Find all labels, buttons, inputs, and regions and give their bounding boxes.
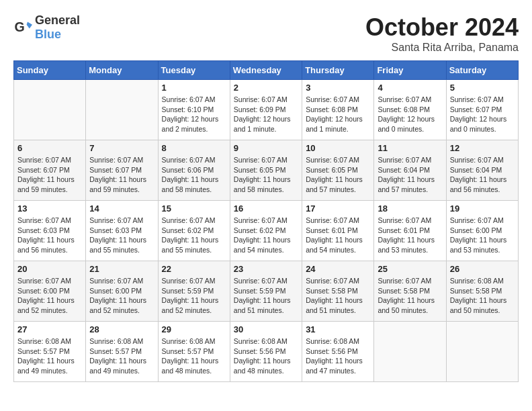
calendar-cell: 11Sunrise: 6:07 AMSunset: 6:04 PMDayligh… [374,140,446,201]
calendar-week-row: 13Sunrise: 6:07 AMSunset: 6:03 PMDayligh… [14,201,519,261]
calendar-cell: 23Sunrise: 6:07 AMSunset: 5:59 PMDayligh… [230,261,302,322]
calendar-cell: 10Sunrise: 6:07 AMSunset: 6:05 PMDayligh… [302,140,374,201]
logo-general-text: General [35,13,80,27]
calendar-cell: 19Sunrise: 6:07 AMSunset: 6:00 PMDayligh… [446,201,518,261]
day-number: 16 [234,203,298,214]
day-number: 24 [306,264,370,274]
cell-info: Sunrise: 6:08 AMSunset: 5:57 PMDaylight:… [89,336,154,376]
weekday-header: Tuesday [158,61,230,80]
calendar-cell: 9Sunrise: 6:07 AMSunset: 6:05 PMDaylight… [230,140,302,201]
cell-info: Sunrise: 6:07 AMSunset: 6:09 PMDaylight:… [234,95,298,134]
cell-info: Sunrise: 6:07 AMSunset: 6:07 PMDaylight:… [89,155,154,195]
month-title: October 2024 [365,13,519,42]
calendar-cell: 12Sunrise: 6:07 AMSunset: 6:04 PMDayligh… [446,140,518,201]
logo: G General Blue [13,13,80,42]
day-number: 10 [306,143,370,153]
cell-info: Sunrise: 6:07 AMSunset: 6:07 PMDaylight:… [450,95,515,134]
day-number: 27 [17,324,82,334]
calendar-cell: 16Sunrise: 6:07 AMSunset: 6:02 PMDayligh… [230,201,302,261]
calendar-cell [86,80,158,140]
calendar-cell: 28Sunrise: 6:08 AMSunset: 5:57 PMDayligh… [86,322,158,382]
calendar-cell: 20Sunrise: 6:07 AMSunset: 6:00 PMDayligh… [14,261,86,322]
day-number: 13 [17,203,82,214]
cell-info: Sunrise: 6:07 AMSunset: 6:03 PMDaylight:… [89,216,154,255]
calendar-week-row: 20Sunrise: 6:07 AMSunset: 6:00 PMDayligh… [14,261,519,322]
cell-info: Sunrise: 6:07 AMSunset: 6:02 PMDaylight:… [162,216,226,255]
weekday-header: Monday [86,61,158,80]
title-block: October 2024 Santa Rita Arriba, Panama [365,13,519,54]
calendar-cell: 21Sunrise: 6:07 AMSunset: 6:00 PMDayligh… [86,261,158,322]
cell-info: Sunrise: 6:07 AMSunset: 6:02 PMDaylight:… [234,216,298,255]
cell-info: Sunrise: 6:07 AMSunset: 5:59 PMDaylight:… [234,276,298,316]
cell-info: Sunrise: 6:08 AMSunset: 5:57 PMDaylight:… [17,336,82,376]
calendar-cell: 6Sunrise: 6:07 AMSunset: 6:07 PMDaylight… [14,140,86,201]
logo-icon: G [13,18,32,37]
day-number: 2 [234,83,298,93]
day-number: 23 [234,264,298,274]
day-number: 30 [234,324,298,334]
cell-info: Sunrise: 6:07 AMSunset: 6:05 PMDaylight:… [234,155,298,195]
calendar-cell: 2Sunrise: 6:07 AMSunset: 6:09 PMDaylight… [230,80,302,140]
cell-info: Sunrise: 6:07 AMSunset: 6:08 PMDaylight:… [378,95,442,134]
cell-info: Sunrise: 6:07 AMSunset: 6:08 PMDaylight:… [306,95,370,134]
cell-info: Sunrise: 6:07 AMSunset: 5:58 PMDaylight:… [378,276,442,316]
calendar-cell: 29Sunrise: 6:08 AMSunset: 5:57 PMDayligh… [158,322,230,382]
calendar-cell: 22Sunrise: 6:07 AMSunset: 5:59 PMDayligh… [158,261,230,322]
calendar-cell: 18Sunrise: 6:07 AMSunset: 6:01 PMDayligh… [374,201,446,261]
day-number: 28 [89,324,154,334]
cell-info: Sunrise: 6:07 AMSunset: 6:10 PMDaylight:… [162,95,226,134]
calendar-cell: 27Sunrise: 6:08 AMSunset: 5:57 PMDayligh… [14,322,86,382]
day-number: 17 [306,203,370,214]
day-number: 14 [89,203,154,214]
day-number: 19 [450,203,515,214]
calendar-cell: 30Sunrise: 6:08 AMSunset: 5:56 PMDayligh… [230,322,302,382]
day-number: 4 [378,83,442,93]
cell-info: Sunrise: 6:08 AMSunset: 5:58 PMDaylight:… [450,276,515,316]
calendar-cell: 14Sunrise: 6:07 AMSunset: 6:03 PMDayligh… [86,201,158,261]
day-number: 11 [378,143,442,153]
calendar-cell: 4Sunrise: 6:07 AMSunset: 6:08 PMDaylight… [374,80,446,140]
cell-info: Sunrise: 6:08 AMSunset: 5:56 PMDaylight:… [306,336,370,376]
day-number: 15 [162,203,226,214]
cell-info: Sunrise: 6:07 AMSunset: 6:06 PMDaylight:… [162,155,226,195]
cell-info: Sunrise: 6:08 AMSunset: 5:57 PMDaylight:… [162,336,226,376]
calendar-cell: 15Sunrise: 6:07 AMSunset: 6:02 PMDayligh… [158,201,230,261]
cell-info: Sunrise: 6:07 AMSunset: 6:01 PMDaylight:… [378,216,442,255]
logo-blue-text: Blue [35,28,61,41]
cell-info: Sunrise: 6:07 AMSunset: 5:59 PMDaylight:… [162,276,226,316]
cell-info: Sunrise: 6:07 AMSunset: 6:00 PMDaylight:… [450,216,515,255]
weekday-header: Saturday [446,61,518,80]
calendar-cell [14,80,86,140]
weekday-header-row: SundayMondayTuesdayWednesdayThursdayFrid… [14,61,519,80]
cell-info: Sunrise: 6:07 AMSunset: 6:01 PMDaylight:… [306,216,370,255]
page-header: G General Blue October 2024 Santa Rita A… [13,13,519,54]
day-number: 1 [162,83,226,93]
calendar-cell: 7Sunrise: 6:07 AMSunset: 6:07 PMDaylight… [86,140,158,201]
svg-text:G: G [14,19,24,34]
calendar-week-row: 27Sunrise: 6:08 AMSunset: 5:57 PMDayligh… [14,322,519,382]
calendar-cell [446,322,518,382]
calendar-table: SundayMondayTuesdayWednesdayThursdayFrid… [13,60,519,382]
day-number: 21 [89,264,154,274]
cell-info: Sunrise: 6:07 AMSunset: 5:58 PMDaylight:… [306,276,370,316]
day-number: 8 [162,143,226,153]
cell-info: Sunrise: 6:07 AMSunset: 6:03 PMDaylight:… [17,216,82,255]
day-number: 9 [234,143,298,153]
day-number: 25 [378,264,442,274]
day-number: 22 [162,264,226,274]
day-number: 12 [450,143,515,153]
calendar-cell: 24Sunrise: 6:07 AMSunset: 5:58 PMDayligh… [302,261,374,322]
day-number: 6 [17,143,82,153]
day-number: 20 [17,264,82,274]
calendar-cell: 8Sunrise: 6:07 AMSunset: 6:06 PMDaylight… [158,140,230,201]
day-number: 26 [450,264,515,274]
day-number: 18 [378,203,442,214]
calendar-cell: 25Sunrise: 6:07 AMSunset: 5:58 PMDayligh… [374,261,446,322]
weekday-header: Thursday [302,61,374,80]
cell-info: Sunrise: 6:07 AMSunset: 6:07 PMDaylight:… [17,155,82,195]
weekday-header: Sunday [14,61,86,80]
calendar-cell: 3Sunrise: 6:07 AMSunset: 6:08 PMDaylight… [302,80,374,140]
cell-info: Sunrise: 6:07 AMSunset: 6:04 PMDaylight:… [378,155,442,195]
calendar-cell [374,322,446,382]
weekday-header: Wednesday [230,61,302,80]
